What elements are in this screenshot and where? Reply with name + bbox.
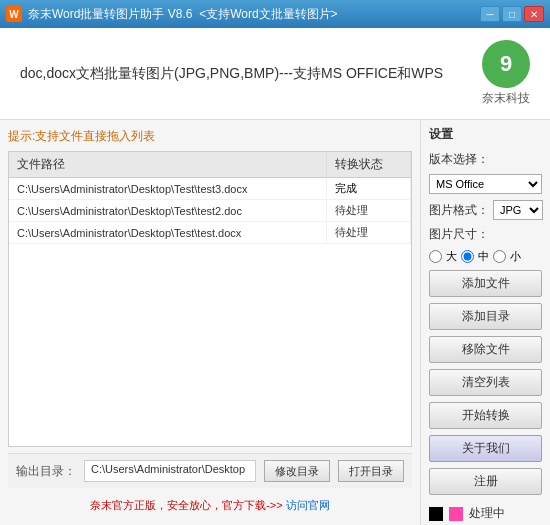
- remove-file-button[interactable]: 移除文件: [429, 336, 542, 363]
- file-table: 文件路径 转换状态 C:\Users\Administrator\Desktop…: [9, 152, 411, 244]
- hint-text: 提示:支持文件直接拖入列表: [8, 128, 412, 145]
- visit-website-link[interactable]: 访问官网: [286, 499, 330, 511]
- table-header-row: 文件路径 转换状态: [9, 152, 411, 178]
- title-text: 奈末Word批量转图片助手 V8.6 <支持Word文批量转图片>: [28, 6, 338, 23]
- table-row[interactable]: C:\Users\Administrator\Desktop\Test\test…: [9, 222, 411, 244]
- footer-bar: 奈末官方正版，安全放心，官方下载->> 访问官网: [8, 494, 412, 517]
- version-label: 版本选择：: [429, 151, 489, 168]
- format-select[interactable]: JPG PNG BMP: [493, 200, 543, 220]
- app-icon: W: [6, 6, 22, 22]
- table-cell-status: 完成: [327, 178, 411, 200]
- table-cell-path: C:\Users\Administrator\Desktop\Test\test…: [9, 200, 327, 222]
- output-label: 输出目录：: [16, 463, 76, 480]
- right-panel: 设置 版本选择： MS Office WPS 图片格式： JPG PNG BMP: [420, 120, 550, 525]
- pink-color-box: [449, 507, 463, 521]
- title-bar-controls[interactable]: ─ □ ✕: [480, 6, 544, 22]
- format-row: 图片格式： JPG PNG BMP: [429, 200, 542, 220]
- version-select-row[interactable]: MS Office WPS: [429, 174, 542, 194]
- logo-circle: 9: [482, 40, 530, 88]
- logo-area: 9 奈末科技: [482, 40, 530, 107]
- close-button[interactable]: ✕: [524, 6, 544, 22]
- modify-dir-button[interactable]: 修改目录: [264, 460, 330, 482]
- processing-row: 处理中: [429, 505, 542, 522]
- about-button[interactable]: 关于我们: [429, 435, 542, 462]
- table-cell-status: 待处理: [327, 222, 411, 244]
- main-container: doc,docx文档批量转图片(JPG,PNG,BMP)---支持MS OFFI…: [0, 28, 550, 525]
- register-button[interactable]: 注册: [429, 468, 542, 495]
- logo-char: 9: [500, 51, 512, 77]
- header-text: doc,docx文档批量转图片(JPG,PNG,BMP)---支持MS OFFI…: [20, 65, 443, 83]
- file-tbody: C:\Users\Administrator\Desktop\Test\test…: [9, 178, 411, 244]
- version-row: 版本选择：: [429, 151, 542, 168]
- col-status-header: 转换状态: [327, 152, 411, 178]
- col-path-header: 文件路径: [9, 152, 327, 178]
- size-small-label: 小: [510, 249, 521, 264]
- left-panel: 提示:支持文件直接拖入列表 文件路径 转换状态 C:\Users\Adminis…: [0, 120, 420, 525]
- content-area: 提示:支持文件直接拖入列表 文件路径 转换状态 C:\Users\Adminis…: [0, 120, 550, 525]
- table-cell-status: 待处理: [327, 200, 411, 222]
- minimize-button[interactable]: ─: [480, 6, 500, 22]
- table-row[interactable]: C:\Users\Administrator\Desktop\Test\test…: [9, 200, 411, 222]
- size-radio-group[interactable]: 大 中 小: [429, 249, 542, 264]
- processing-label: 处理中: [469, 505, 505, 522]
- title-bar-left: W 奈末Word批量转图片助手 V8.6 <支持Word文批量转图片>: [6, 6, 338, 23]
- maximize-button[interactable]: □: [502, 6, 522, 22]
- output-path: C:\Users\Administrator\Desktop: [84, 460, 256, 482]
- start-convert-button[interactable]: 开始转换: [429, 402, 542, 429]
- size-large-radio[interactable]: [429, 250, 442, 263]
- title-bar: W 奈末Word批量转图片助手 V8.6 <支持Word文批量转图片> ─ □ …: [0, 0, 550, 28]
- clear-list-button[interactable]: 清空列表: [429, 369, 542, 396]
- add-dir-button[interactable]: 添加目录: [429, 303, 542, 330]
- footer-text: 奈末官方正版，安全放心，官方下载->>: [90, 499, 283, 511]
- file-table-container[interactable]: 文件路径 转换状态 C:\Users\Administrator\Desktop…: [8, 151, 412, 447]
- version-select[interactable]: MS Office WPS: [429, 174, 542, 194]
- output-bar: 输出目录： C:\Users\Administrator\Desktop 修改目…: [8, 453, 412, 488]
- format-label: 图片格式：: [429, 202, 489, 219]
- settings-title: 设置: [429, 126, 542, 143]
- size-row: 图片尺寸：: [429, 226, 542, 243]
- size-medium-label: 中: [478, 249, 489, 264]
- size-label: 图片尺寸：: [429, 226, 489, 243]
- size-large-label: 大: [446, 249, 457, 264]
- add-file-button[interactable]: 添加文件: [429, 270, 542, 297]
- logo-text: 奈末科技: [482, 90, 530, 107]
- table-cell-path: C:\Users\Administrator\Desktop\Test\test…: [9, 222, 327, 244]
- table-cell-path: C:\Users\Administrator\Desktop\Test\test…: [9, 178, 327, 200]
- size-medium-radio[interactable]: [461, 250, 474, 263]
- open-dir-button[interactable]: 打开目录: [338, 460, 404, 482]
- header-area: doc,docx文档批量转图片(JPG,PNG,BMP)---支持MS OFFI…: [0, 28, 550, 120]
- black-color-box: [429, 507, 443, 521]
- table-row[interactable]: C:\Users\Administrator\Desktop\Test\test…: [9, 178, 411, 200]
- size-small-radio[interactable]: [493, 250, 506, 263]
